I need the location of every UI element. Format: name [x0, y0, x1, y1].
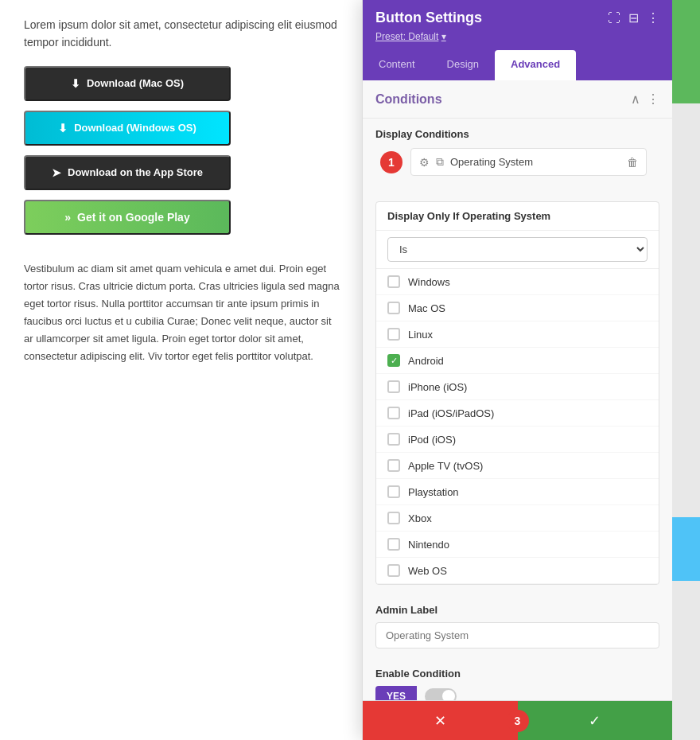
os-checkbox-nintendo[interactable] — [387, 538, 400, 551]
os-item-playstation[interactable]: Playstation — [376, 479, 659, 505]
os-checkbox-iphone[interactable] — [387, 380, 400, 393]
toggle-row: YES — [375, 686, 659, 700]
intro-text: Lorem ipsum dolor sit amet, consectetur … — [24, 16, 342, 52]
panel-body: Conditions ∧ ⋮ Display Conditions 1 ⚙ ⧉ … — [363, 80, 672, 700]
toggle-track[interactable] — [425, 688, 457, 700]
display-conditions: Display Conditions 1 ⚙ ⧉ Operating Syste… — [363, 119, 672, 192]
download-appstore-button[interactable]: ➤ Download on the App Store — [24, 155, 231, 190]
more-conditions-button[interactable]: ⋮ — [647, 92, 659, 107]
os-item-android[interactable]: ✓ Android — [376, 348, 659, 374]
windows-icon: ⬇ — [58, 122, 68, 134]
os-picker: Display Only If Operating System IsIs No… — [375, 201, 659, 585]
section-header-actions: ∧ ⋮ — [631, 92, 659, 107]
os-item-linux[interactable]: Linux — [376, 321, 659, 348]
tab-content[interactable]: Content — [363, 50, 431, 80]
os-checkbox-windows[interactable] — [387, 275, 400, 288]
tab-advanced[interactable]: Advanced — [495, 50, 576, 80]
download-mac-button[interactable]: ⬇ Download (Mac OS) — [24, 66, 231, 101]
page-content: Lorem ipsum dolor sit amet, consectetur … — [0, 0, 366, 740]
os-checkbox-linux[interactable] — [387, 328, 400, 341]
os-picker-header: Display Only If Operating System — [376, 202, 659, 231]
os-select-row: IsIs Not — [376, 231, 659, 269]
os-label-xbox: Xbox — [408, 512, 432, 524]
download-buttons: ⬇ Download (Mac OS) ⬇ Download (Windows … — [24, 66, 342, 244]
badge-1: 1 — [380, 151, 402, 173]
os-condition-select[interactable]: IsIs Not — [387, 237, 648, 262]
os-checkbox-ipad[interactable] — [387, 407, 400, 419]
body-text: Vestibulum ac diam sit amet quam vehicul… — [24, 260, 342, 366]
display-conditions-label: Display Conditions — [375, 128, 659, 140]
os-checkbox-ipod[interactable] — [387, 433, 400, 446]
cancel-button[interactable]: ✕ — [363, 701, 518, 740]
collapse-conditions-button[interactable]: ∧ — [631, 92, 640, 107]
googleplay-icon: » — [64, 211, 71, 224]
toggle-yes-label[interactable]: YES — [375, 686, 417, 700]
os-label-playstation: Playstation — [408, 486, 459, 498]
os-item-webos[interactable]: Web OS — [376, 558, 659, 584]
preset-label[interactable]: Preset: Default ▾ — [375, 31, 659, 42]
os-checkbox-appletv[interactable] — [387, 459, 400, 472]
os-item-iphone[interactable]: iPhone (iOS) — [376, 374, 659, 400]
settings-panel: Button Settings ⛶ ⊟ ⋮ Preset: Default ▾ … — [362, 0, 672, 740]
os-item-xbox[interactable]: Xbox — [376, 505, 659, 532]
conditions-title: Conditions — [375, 92, 442, 107]
confirm-button[interactable]: 3 ✓ — [518, 701, 673, 740]
download-windows-button[interactable]: ⬇ Download (Windows OS) — [24, 111, 231, 146]
condition-row-wrapper: 1 ⚙ ⧉ Operating System 🗑 — [410, 148, 647, 176]
condition-name: Operating System — [450, 156, 620, 168]
os-label-windows: Windows — [408, 276, 450, 288]
badge-3: 3 — [507, 710, 529, 732]
os-list: Windows Mac OS Linux 2 ✓ — [376, 269, 659, 584]
admin-label-section: Admin Label — [363, 594, 672, 658]
os-label-android: Android — [408, 355, 444, 367]
more-options-icon[interactable]: ⋮ — [647, 10, 659, 25]
panel-header-icons: ⛶ ⊟ ⋮ — [608, 10, 659, 25]
panel-bottom-bar: ✕ 3 ✓ — [363, 700, 672, 740]
os-checkbox-android[interactable]: ✓ — [387, 354, 400, 367]
confirm-icon: ✓ — [589, 712, 601, 730]
condition-delete-icon[interactable]: 🗑 — [627, 156, 638, 169]
right-strip — [672, 0, 700, 740]
os-checkbox-webos[interactable] — [387, 564, 400, 577]
enable-condition-title: Enable Condition — [375, 668, 659, 680]
os-label-ipod: iPod (iOS) — [408, 434, 456, 446]
os-label-iphone: iPhone (iOS) — [408, 381, 467, 393]
condition-gear-icon[interactable]: ⚙ — [419, 156, 430, 169]
admin-label-title: Admin Label — [375, 604, 659, 616]
os-label-linux: Linux — [408, 329, 433, 341]
condition-copy-icon[interactable]: ⧉ — [436, 155, 444, 169]
os-item-appletv[interactable]: Apple TV (tvOS) — [376, 453, 659, 479]
right-strip-top-green — [672, 0, 700, 103]
download-icon: ⬇ — [71, 77, 80, 90]
enable-condition-section: Enable Condition YES — [363, 658, 672, 700]
os-label-appletv: Apple TV (tvOS) — [408, 460, 483, 472]
fullscreen-icon[interactable]: ⛶ — [608, 11, 620, 25]
right-strip-bottom-blue — [672, 517, 700, 581]
panel-header: Button Settings ⛶ ⊟ ⋮ Preset: Default ▾ — [363, 0, 672, 50]
appstore-icon: ➤ — [52, 166, 61, 179]
os-label-webos: Web OS — [408, 565, 447, 577]
download-googleplay-button[interactable]: » Get it on Google Play — [24, 200, 231, 235]
conditions-section-header: Conditions ∧ ⋮ — [363, 80, 672, 119]
panel-tabs: Content Design Advanced — [363, 50, 672, 80]
cancel-icon: ✕ — [434, 712, 446, 730]
os-label-macos: Mac OS — [408, 302, 445, 314]
split-icon[interactable]: ⊟ — [628, 10, 639, 25]
condition-row: ⚙ ⧉ Operating System 🗑 — [410, 148, 647, 176]
os-checkbox-playstation[interactable] — [387, 485, 400, 498]
os-checkbox-xbox[interactable] — [387, 512, 400, 524]
os-label-nintendo: Nintendo — [408, 539, 449, 551]
panel-title: Button Settings — [375, 10, 482, 26]
os-item-ipad[interactable]: iPad (iOS/iPadOS) — [376, 400, 659, 426]
os-checkbox-macos[interactable] — [387, 302, 400, 314]
toggle-thumb — [442, 690, 455, 700]
os-item-nintendo[interactable]: Nintendo — [376, 532, 659, 558]
tab-design[interactable]: Design — [431, 50, 495, 80]
os-item-windows[interactable]: Windows — [376, 269, 659, 295]
admin-label-input[interactable] — [375, 622, 659, 648]
android-row-wrapper: 2 ✓ Android — [376, 348, 659, 374]
os-item-macos[interactable]: Mac OS — [376, 295, 659, 321]
os-item-ipod[interactable]: iPod (iOS) — [376, 426, 659, 453]
os-label-ipad: iPad (iOS/iPadOS) — [408, 407, 494, 419]
